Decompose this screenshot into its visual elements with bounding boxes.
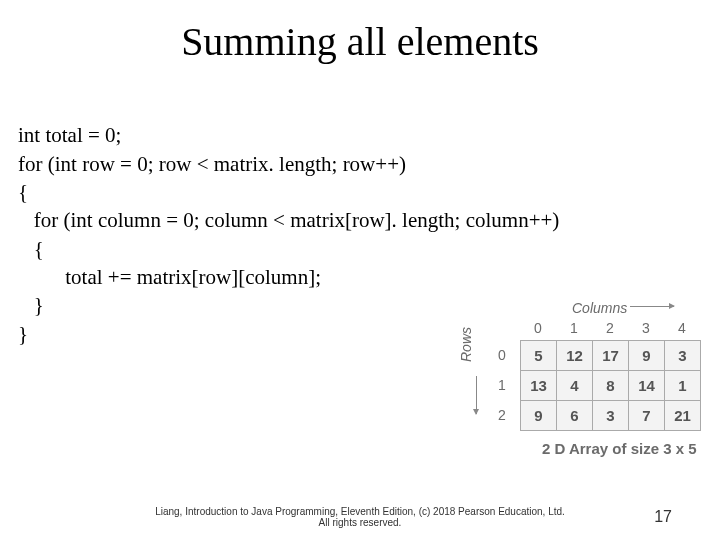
cell: 1 xyxy=(665,371,701,401)
col-header: 1 xyxy=(556,320,592,336)
cell: 4 xyxy=(557,371,593,401)
page-number: 17 xyxy=(654,508,672,526)
col-header: 0 xyxy=(520,320,556,336)
col-header: 4 xyxy=(664,320,700,336)
slide-title: Summing all elements xyxy=(0,0,720,93)
table-row: 13 4 8 14 1 xyxy=(521,371,701,401)
cell: 7 xyxy=(629,401,665,431)
cell: 5 xyxy=(521,341,557,371)
cell: 12 xyxy=(557,341,593,371)
array-caption: 2 D Array of size 3 x 5 xyxy=(542,440,697,457)
cell: 17 xyxy=(593,341,629,371)
rows-axis-label: Rows xyxy=(458,327,474,362)
col-header: 3 xyxy=(628,320,664,336)
code-line: } xyxy=(18,322,28,346)
footer: Liang, Introduction to Java Programming,… xyxy=(0,506,720,528)
row-header: 1 xyxy=(498,370,506,400)
column-headers: 0 1 2 3 4 xyxy=(520,320,700,336)
cell: 9 xyxy=(521,401,557,431)
footer-line1: Liang, Introduction to Java Programming,… xyxy=(155,506,565,517)
cell: 3 xyxy=(665,341,701,371)
cell: 9 xyxy=(629,341,665,371)
cell: 8 xyxy=(593,371,629,401)
cell: 3 xyxy=(593,401,629,431)
code-line: for (int row = 0; row < matrix. length; … xyxy=(18,152,406,176)
cell: 14 xyxy=(629,371,665,401)
arrow-down-icon xyxy=(476,376,477,414)
table-row: 5 12 17 9 3 xyxy=(521,341,701,371)
code-line: } xyxy=(18,293,44,317)
cell: 6 xyxy=(557,401,593,431)
code-line: total += matrix[row][column]; xyxy=(18,265,321,289)
code-line: for (int column = 0; column < matrix[row… xyxy=(18,208,559,232)
row-headers: 0 1 2 xyxy=(498,340,506,430)
code-line: { xyxy=(18,180,28,204)
columns-axis-label: Columns xyxy=(572,300,627,316)
row-header: 0 xyxy=(498,340,506,370)
arrow-right-icon xyxy=(630,306,674,307)
code-line: { xyxy=(18,237,44,261)
row-header: 2 xyxy=(498,400,506,430)
cell: 21 xyxy=(665,401,701,431)
cell: 13 xyxy=(521,371,557,401)
col-header: 2 xyxy=(592,320,628,336)
code-line: int total = 0; xyxy=(18,123,121,147)
matrix-table: 5 12 17 9 3 13 4 8 14 1 9 6 3 7 21 xyxy=(520,340,701,431)
table-row: 9 6 3 7 21 xyxy=(521,401,701,431)
footer-line2: All rights reserved. xyxy=(0,517,720,528)
